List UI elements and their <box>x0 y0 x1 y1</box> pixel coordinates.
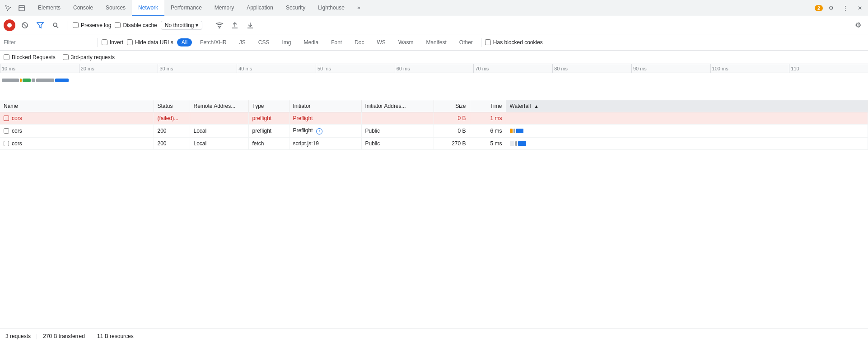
error-checkbox-icon <box>4 116 9 121</box>
filter-pill-fetchxhr[interactable]: Fetch/XHR <box>196 38 231 46</box>
col-header-initiator[interactable]: Initiator <box>289 100 361 112</box>
row-waterfall <box>506 112 868 125</box>
filter-pill-wasm[interactable]: Wasm <box>394 38 418 46</box>
network-settings-icon[interactable]: ⚙ <box>852 19 864 32</box>
row-status: 200 <box>154 125 190 138</box>
filter-sep-2 <box>481 38 481 47</box>
tab-bar: Elements Console Sources Network Perform… <box>0 0 868 16</box>
filter-pill-ws[interactable]: WS <box>373 38 390 46</box>
tab-console[interactable]: Console <box>67 0 99 16</box>
cursor-icon[interactable] <box>2 2 14 14</box>
tab-performance[interactable]: Performance <box>164 0 208 16</box>
col-header-remote[interactable]: Remote Addres... <box>190 100 248 112</box>
row-select-checkbox[interactable] <box>4 141 9 146</box>
col-header-waterfall[interactable]: Waterfall ▲ <box>506 100 868 112</box>
table-row[interactable]: cors 200 Local preflight Preflight Publi… <box>0 125 868 138</box>
svg-line-4 <box>23 23 27 27</box>
row-initiator-addr <box>361 112 434 125</box>
filter-bar: Invert Hide data URLs All Fetch/XHR JS C… <box>0 34 868 51</box>
devtools-close-icon[interactable]: ✕ <box>854 2 866 14</box>
devtools-more-icon[interactable]: ⋮ <box>839 2 852 14</box>
filter-pill-js[interactable]: JS <box>235 38 250 46</box>
dock-icon[interactable] <box>15 2 28 14</box>
row-waterfall <box>506 125 868 138</box>
record-button[interactable] <box>4 19 15 31</box>
col-header-type[interactable]: Type <box>248 100 289 112</box>
filter-toggle-button[interactable] <box>34 19 46 31</box>
tick-70: 70 ms <box>473 64 552 73</box>
blocked-requests-checkbox[interactable]: Blocked Requests <box>4 54 56 60</box>
preserve-log-checkbox[interactable]: Preserve log <box>73 22 111 28</box>
timeline-bar-5 <box>36 79 54 82</box>
search-button[interactable] <box>50 19 61 31</box>
filter-input[interactable] <box>4 39 94 46</box>
table-body: cors (failed)... preflight Preflight 0 B… <box>0 112 868 150</box>
clear-button[interactable] <box>19 19 31 31</box>
row-name[interactable]: cors <box>12 140 22 147</box>
wf-queueing <box>510 129 513 133</box>
tab-network[interactable]: Network <box>132 0 164 16</box>
throttle-dropdown[interactable]: No throttling ▾ <box>161 21 203 30</box>
devtools-panel: Elements Console Sources Network Perform… <box>0 0 868 343</box>
table-row[interactable]: cors 200 Local fetch script.js:19 Public… <box>0 137 868 149</box>
filter-pill-img[interactable]: Img <box>277 38 295 46</box>
filter-pill-css[interactable]: CSS <box>254 38 274 46</box>
table-header: Name Status Remote Addres... Type Initia… <box>0 100 868 112</box>
timeline-bar-3 <box>23 79 31 82</box>
row-type: preflight <box>248 112 289 125</box>
online-icon[interactable] <box>214 19 225 31</box>
hide-data-urls-checkbox[interactable]: Hide data URLs <box>127 39 173 46</box>
tab-more[interactable]: » <box>351 0 367 16</box>
row-name-cell: cors <box>0 112 154 125</box>
devtools-settings-icon[interactable]: ⚙ <box>825 2 837 14</box>
tab-sources[interactable]: Sources <box>99 0 132 16</box>
filter-pill-manifest[interactable]: Manifest <box>421 38 451 46</box>
timeline-ruler: 10 ms 20 ms 30 ms 40 ms 50 ms 60 ms 70 m… <box>0 64 868 73</box>
row-name[interactable]: cors <box>12 128 22 134</box>
col-header-time[interactable]: Time <box>470 100 506 112</box>
initiator-link[interactable]: script.js:19 <box>293 140 319 147</box>
col-header-size[interactable]: Size <box>434 100 470 112</box>
row-time: 5 ms <box>470 137 506 149</box>
tick-40: 40 ms <box>237 64 316 73</box>
row-status: 200 <box>154 137 190 149</box>
status-bar: 3 requests | 270 B transferred | 11 B re… <box>0 329 868 343</box>
tab-elements[interactable]: Elements <box>32 0 67 16</box>
row-name[interactable]: cors <box>12 115 22 121</box>
row-remote: Local <box>190 137 248 149</box>
table-row[interactable]: cors (failed)... preflight Preflight 0 B… <box>0 112 868 125</box>
disable-cache-checkbox[interactable]: Disable cache <box>115 22 157 28</box>
col-header-name[interactable]: Name <box>0 100 154 112</box>
col-header-status[interactable]: Status <box>154 100 190 112</box>
svg-point-8 <box>219 28 220 28</box>
third-party-checkbox[interactable]: 3rd-party requests <box>63 54 115 60</box>
invert-checkbox[interactable]: Invert <box>102 39 123 46</box>
filter-pill-all[interactable]: All <box>177 38 192 46</box>
row-name-cell: cors <box>0 125 154 138</box>
wf-ttfb <box>518 141 526 146</box>
filter-pill-other[interactable]: Other <box>455 38 477 46</box>
upload-icon[interactable] <box>229 19 241 31</box>
tab-security[interactable]: Security <box>280 0 312 16</box>
tab-lighthouse[interactable]: Lighthouse <box>312 0 351 16</box>
row-select-checkbox[interactable] <box>4 128 9 134</box>
filter-pill-doc[interactable]: Doc <box>350 38 369 46</box>
filter-pill-media[interactable]: Media <box>299 38 323 46</box>
tab-application[interactable]: Application <box>240 0 280 16</box>
toolbar-sep-2 <box>208 21 208 30</box>
svg-point-6 <box>53 23 57 27</box>
row-type: fetch <box>248 137 289 149</box>
download-icon[interactable] <box>244 19 256 31</box>
preflight-link-icon[interactable] <box>316 128 322 134</box>
resources-size: 11 B resources <box>97 333 134 339</box>
tick-80: 80 ms <box>552 64 631 73</box>
tick-50: 50 ms <box>316 64 395 73</box>
row-size: 0 B <box>434 112 470 125</box>
col-header-initiator-addr[interactable]: Initiator Addres... <box>361 100 434 112</box>
row-initiator: Preflight <box>289 112 361 125</box>
filter-pill-font[interactable]: Font <box>327 38 346 46</box>
toolbar-sep-1 <box>67 21 67 30</box>
blocked-cookies-checkbox[interactable]: Has blocked cookies <box>485 39 543 46</box>
tab-memory[interactable]: Memory <box>208 0 240 16</box>
issue-badge[interactable]: 2 <box>815 5 823 11</box>
